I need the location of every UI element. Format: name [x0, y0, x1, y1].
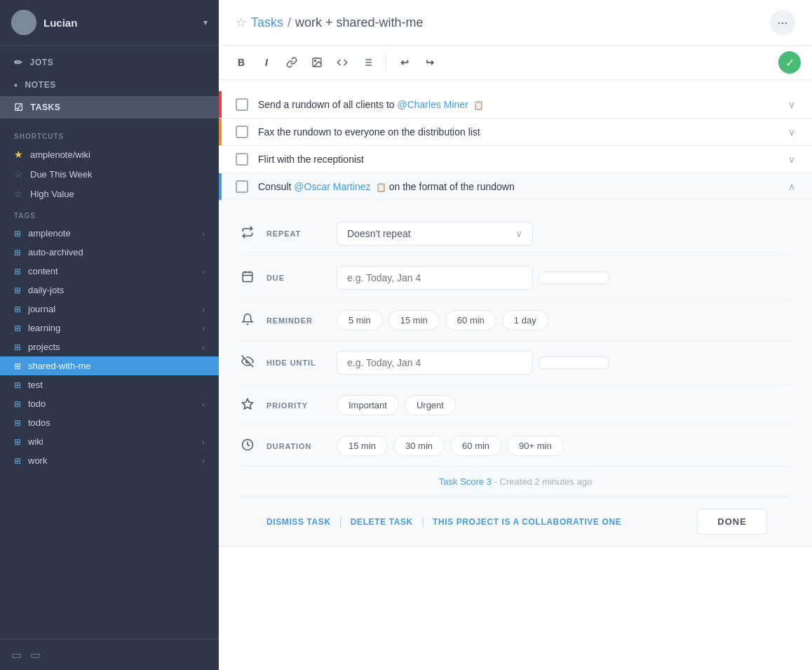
sidebar-item-shared-with-me[interactable]: ⊞ shared-with-me	[0, 356, 219, 375]
due-input[interactable]	[337, 266, 533, 290]
priority-important-button[interactable]: Important	[337, 395, 399, 415]
dismiss-task-button[interactable]: DISMISS TASK	[264, 517, 334, 527]
tag-label: auto-archived	[28, 247, 83, 257]
delete-task-button[interactable]: DELETE TASK	[348, 517, 416, 527]
task-collapse-icon[interactable]: ∧	[788, 181, 795, 192]
task-checkbox[interactable]	[236, 126, 248, 138]
more-options-button[interactable]: ···	[770, 10, 795, 35]
task-text: Send a rundown of all clients to @Charle…	[258, 99, 788, 110]
task-mention[interactable]: @Oscar Martinez	[294, 181, 370, 192]
due-time-input[interactable]	[539, 272, 609, 284]
task-row[interactable]: Flirt with the receptionist ∨	[219, 146, 812, 173]
sidebar: Lucian ▾ ✏ JOTS ▪ NOTES ☑ TASKS SHORTCUT…	[0, 0, 219, 670]
topbar: ☆ Tasks / work + shared-with-me ···	[219, 0, 812, 46]
tag-grid-icon: ⊞	[14, 399, 21, 409]
breadcrumb-current: work + shared-with-me	[295, 15, 424, 30]
shortcut-amplenote-wiki[interactable]: ★ amplenote/wiki	[0, 145, 219, 164]
collaborative-link[interactable]: THIS PROJECT IS A COLLABORATIVE ONE	[430, 517, 624, 527]
breadcrumb-tasks-link[interactable]: Tasks	[251, 15, 283, 30]
shortcut-label: Due This Week	[30, 169, 92, 180]
reminder-5min-button[interactable]: 5 min	[337, 310, 383, 330]
italic-button[interactable]: I	[255, 51, 278, 74]
breadcrumb-star-icon[interactable]: ☆	[236, 15, 247, 30]
save-check-button[interactable]: ✓	[778, 51, 801, 74]
task-expand-icon[interactable]: ∨	[788, 126, 795, 138]
sidebar-item-test[interactable]: ⊞ test	[0, 375, 219, 394]
sidebar-item-projects[interactable]: ⊞ projects ›	[0, 337, 219, 356]
task-text: Flirt with the receptionist	[258, 154, 788, 165]
task-created-time: Created 2 minutes ago	[500, 476, 593, 487]
sidebar-item-content[interactable]: ⊞ content ›	[0, 262, 219, 281]
priority-icon	[241, 398, 266, 413]
sidebar-item-notes[interactable]: ▪ NOTES	[0, 74, 219, 96]
repeat-content: Doesn't repeat ∨	[337, 222, 790, 246]
done-button[interactable]: DONE	[697, 509, 767, 535]
shortcut-high-value[interactable]: ☆ High Value	[0, 184, 219, 203]
code-button[interactable]	[331, 51, 353, 74]
sidebar-item-daily-jots[interactable]: ⊞ daily-jots	[0, 281, 219, 300]
task-checkbox[interactable]	[236, 180, 248, 193]
panel-right-icon[interactable]: ▭	[30, 648, 41, 662]
tag-chevron-icon: ›	[202, 438, 205, 446]
priority-urgent-button[interactable]: Urgent	[405, 395, 456, 415]
breadcrumb-separator: /	[287, 15, 291, 30]
task-created-text: -	[494, 476, 500, 487]
avatar	[11, 10, 36, 35]
task-list: Send a rundown of all clients to @Charle…	[219, 80, 812, 670]
tag-grid-icon: ⊞	[14, 267, 21, 276]
tag-grid-icon: ⊞	[14, 380, 21, 390]
star-outline-icon: ☆	[14, 168, 23, 180]
sidebar-nav: ✏ JOTS ▪ NOTES ☑ TASKS	[0, 46, 219, 124]
task-doc-icon: 📋	[373, 182, 386, 192]
duration-90min-button[interactable]: 90+ min	[507, 436, 564, 456]
repeat-select[interactable]: Doesn't repeat ∨	[337, 222, 533, 246]
main-content: ☆ Tasks / work + shared-with-me ··· B I …	[219, 0, 812, 670]
task-row[interactable]: Fax the rundown to everyone on the distr…	[219, 119, 812, 146]
svg-point-1	[315, 60, 316, 62]
task-checkbox[interactable]	[236, 153, 248, 166]
sidebar-item-auto-archived[interactable]: ⊞ auto-archived	[0, 243, 219, 262]
sidebar-item-jots[interactable]: ✏ JOTS	[0, 51, 219, 74]
user-menu-chevron-icon[interactable]: ▾	[203, 18, 208, 27]
task-row[interactable]: Send a rundown of all clients to @Charle…	[219, 91, 812, 119]
task-expand-icon[interactable]: ∨	[788, 99, 795, 110]
task-score-link[interactable]: Task Score 3	[439, 476, 492, 487]
reminder-1day-button[interactable]: 1 day	[502, 310, 548, 330]
sidebar-item-amplenote[interactable]: ⊞ amplenote ›	[0, 224, 219, 243]
sidebar-item-todos[interactable]: ⊞ todos	[0, 413, 219, 432]
undo-button[interactable]: ↩	[393, 51, 416, 74]
task-expand-icon[interactable]: ∨	[788, 154, 795, 165]
task-text: Fax the rundown to everyone on the distr…	[258, 126, 788, 138]
due-icon	[241, 270, 266, 286]
tag-grid-icon: ⊞	[14, 229, 21, 239]
list-button[interactable]	[356, 51, 379, 74]
sidebar-item-learning[interactable]: ⊞ learning ›	[0, 319, 219, 337]
shortcut-due-this-week[interactable]: ☆ Due This Week	[0, 164, 219, 184]
duration-30min-button[interactable]: 30 min	[393, 436, 445, 456]
duration-60min-button[interactable]: 60 min	[450, 436, 501, 456]
panel-left-icon[interactable]: ▭	[11, 648, 22, 662]
task-row[interactable]: Consult @Oscar Martinez 📋 on the format …	[219, 173, 812, 201]
task-checkbox[interactable]	[236, 98, 248, 111]
due-content	[337, 266, 790, 290]
detail-due-row: DUE	[241, 256, 790, 300]
hide-until-input[interactable]	[337, 351, 533, 375]
hide-until-time-input[interactable]	[539, 356, 609, 369]
sidebar-item-tasks[interactable]: ☑ TASKS	[0, 96, 219, 119]
duration-15min-button[interactable]: 15 min	[337, 436, 388, 456]
bold-button[interactable]: B	[230, 51, 252, 74]
reminder-15min-button[interactable]: 15 min	[388, 310, 440, 330]
image-button[interactable]	[306, 51, 328, 74]
sidebar-item-wiki[interactable]: ⊞ wiki ›	[0, 432, 219, 451]
editor-toolbar: B I ↩ ↪ ✓	[219, 46, 812, 80]
tag-grid-icon: ⊞	[14, 286, 21, 295]
reminder-60min-button[interactable]: 60 min	[445, 310, 496, 330]
sidebar-item-journal[interactable]: ⊞ journal ›	[0, 300, 219, 319]
repeat-label: REPEAT	[266, 229, 337, 238]
sidebar-item-todo[interactable]: ⊞ todo ›	[0, 394, 219, 413]
more-dots-icon: ···	[777, 15, 787, 30]
task-mention[interactable]: @Charles Miner	[397, 99, 468, 110]
sidebar-item-work[interactable]: ⊞ work ›	[0, 451, 219, 470]
link-button[interactable]	[280, 51, 303, 74]
redo-button[interactable]: ↪	[419, 51, 441, 74]
